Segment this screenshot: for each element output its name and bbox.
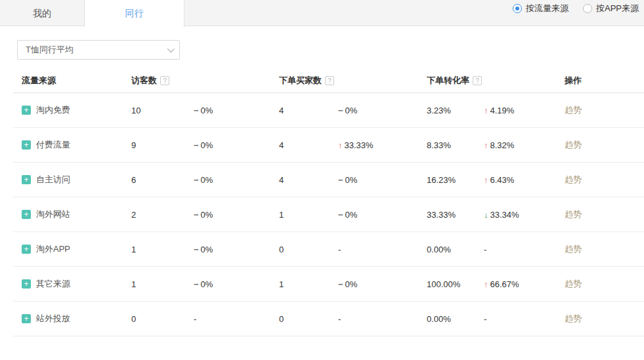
header-conversion-label: 下单转化率 xyxy=(427,75,469,87)
conversion-value: 0.00% xyxy=(427,314,484,324)
visitors-value: 10 xyxy=(131,106,194,115)
change-value: 0% xyxy=(201,210,213,220)
change-direction-icon: − xyxy=(338,279,343,289)
conversion-change: - xyxy=(484,314,565,324)
visitors-value: 6 xyxy=(131,175,194,185)
change-value: 0% xyxy=(345,106,358,115)
action-cell: 趋势 xyxy=(565,174,644,186)
change-value: - xyxy=(338,314,341,324)
help-icon[interactable]: ? xyxy=(160,76,169,85)
source-cell: + 其它来源 xyxy=(13,278,131,290)
tab-bar: 我的 同行 按流量来源 按APP来源 xyxy=(0,0,644,26)
table-body: + 淘内免费 10 −0% 4 −0% 3.23% ↑4.19% 趋势 + 付费… xyxy=(13,93,644,336)
peer-average-dropdown[interactable]: T恤同行平均 xyxy=(17,40,180,60)
trend-link[interactable]: 趋势 xyxy=(565,140,582,150)
expand-plus-icon[interactable]: + xyxy=(22,106,31,115)
table-header-row: 流量来源 访客数 ? 下单买家数 ? 下单转化率 ? 操作 xyxy=(13,69,644,93)
change-direction-icon: − xyxy=(194,106,199,115)
source-mode-radio-group: 按流量来源 按APP来源 xyxy=(498,3,639,14)
change-direction-icon: − xyxy=(194,210,199,220)
table-row: + 淘外网站 2 −0% 1 −0% 33.33% ↓33.34% 趋势 xyxy=(13,197,644,232)
tab-peers[interactable]: 同行 xyxy=(84,0,184,27)
conversion-value: 8.33% xyxy=(427,140,484,150)
buyers-change: - xyxy=(338,314,427,324)
buyers-change: −0% xyxy=(338,210,427,220)
change-value: 33.33% xyxy=(345,140,374,150)
action-cell: 趋势 xyxy=(565,209,644,220)
conversion-change: ↑6.43% xyxy=(484,175,565,185)
expand-plus-icon[interactable]: + xyxy=(22,175,31,184)
visitors-change: −0% xyxy=(194,245,279,254)
trend-link[interactable]: 趋势 xyxy=(565,313,582,323)
expand-plus-icon[interactable]: + xyxy=(22,245,31,254)
visitors-change: - xyxy=(194,314,279,324)
traffic-source-table: 流量来源 访客数 ? 下单买家数 ? 下单转化率 ? 操作 + 淘内免费 10 … xyxy=(13,69,644,336)
action-cell: 趋势 xyxy=(565,243,644,255)
chevron-down-icon xyxy=(167,45,175,52)
buyers-change: ↑33.33% xyxy=(338,140,427,150)
buyers-change: - xyxy=(338,245,427,254)
change-direction-icon: − xyxy=(194,140,199,150)
change-direction-icon: − xyxy=(338,175,343,185)
change-value: - xyxy=(484,314,486,324)
expand-plus-icon[interactable]: + xyxy=(22,210,31,219)
traffic-source-name: 其它来源 xyxy=(36,278,70,290)
radio-label: 按APP来源 xyxy=(596,3,639,14)
buyers-change: −0% xyxy=(338,279,427,289)
change-direction-icon: − xyxy=(194,245,199,254)
header-source: 流量来源 xyxy=(13,75,131,87)
expand-plus-icon[interactable]: + xyxy=(22,140,31,150)
change-value: 8.32% xyxy=(490,140,515,150)
source-cell: + 站外投放 xyxy=(13,313,131,325)
change-value: 0% xyxy=(201,245,213,254)
radio-by-app-source[interactable]: 按APP来源 xyxy=(583,3,639,14)
change-direction-icon: − xyxy=(194,175,199,185)
visitors-change: −0% xyxy=(194,106,279,115)
conversion-value: 16.23% xyxy=(427,175,484,185)
help-icon[interactable]: ? xyxy=(473,76,482,85)
change-value: 33.34% xyxy=(490,210,519,220)
table-row: + 付费流量 9 −0% 4 ↑33.33% 8.33% ↑8.32% 趋势 xyxy=(13,128,644,163)
traffic-source-name: 淘外APP xyxy=(36,243,70,255)
header-visitors-label: 访客数 xyxy=(131,75,157,87)
expand-plus-icon[interactable]: + xyxy=(22,314,31,323)
header-action: 操作 xyxy=(565,75,644,87)
change-direction-icon: ↑ xyxy=(484,279,488,289)
header-conversion: 下单转化率 ? xyxy=(427,75,484,87)
expand-plus-icon[interactable]: + xyxy=(22,279,31,289)
trend-link[interactable]: 趋势 xyxy=(565,244,582,254)
conversion-value: 3.23% xyxy=(427,106,484,115)
table-row: + 其它来源 1 −0% 1 −0% 100.00% ↑66.67% 趋势 xyxy=(13,267,644,302)
radio-by-traffic-source[interactable]: 按流量来源 xyxy=(513,3,569,14)
trend-link[interactable]: 趋势 xyxy=(565,209,582,219)
help-icon[interactable]: ? xyxy=(325,76,334,85)
visitors-change: −0% xyxy=(194,175,279,185)
buyers-value: 1 xyxy=(279,210,338,220)
tab-mine[interactable]: 我的 xyxy=(0,0,84,26)
change-value: 0% xyxy=(345,210,358,220)
visitors-change: −0% xyxy=(194,210,279,220)
trend-link[interactable]: 趋势 xyxy=(565,174,582,184)
action-cell: 趋势 xyxy=(565,313,644,325)
table-row: + 自主访问 6 −0% 4 −0% 16.23% ↑6.43% 趋势 xyxy=(13,163,644,197)
source-cell: + 自主访问 xyxy=(13,174,131,186)
conversion-change: ↑66.67% xyxy=(484,279,565,289)
trend-link[interactable]: 趋势 xyxy=(565,105,582,115)
traffic-source-name: 自主访问 xyxy=(36,174,70,186)
conversion-value: 33.33% xyxy=(427,210,484,220)
change-value: - xyxy=(484,245,486,254)
change-value: - xyxy=(338,245,341,254)
conversion-change: - xyxy=(484,245,565,254)
change-direction-icon: ↓ xyxy=(484,210,488,220)
dropdown-selected-value: T恤同行平均 xyxy=(26,44,167,56)
action-cell: 趋势 xyxy=(565,139,644,151)
change-direction-icon: ↑ xyxy=(484,106,488,115)
visitors-value: 1 xyxy=(131,245,194,254)
action-cell: 趋势 xyxy=(565,104,644,116)
change-direction-icon: − xyxy=(194,279,199,289)
trend-link[interactable]: 趋势 xyxy=(565,279,582,289)
change-value: 66.67% xyxy=(490,279,519,289)
change-direction-icon: ↑ xyxy=(484,140,488,150)
buyers-change: −0% xyxy=(338,175,427,185)
traffic-source-name: 付费流量 xyxy=(36,139,70,151)
